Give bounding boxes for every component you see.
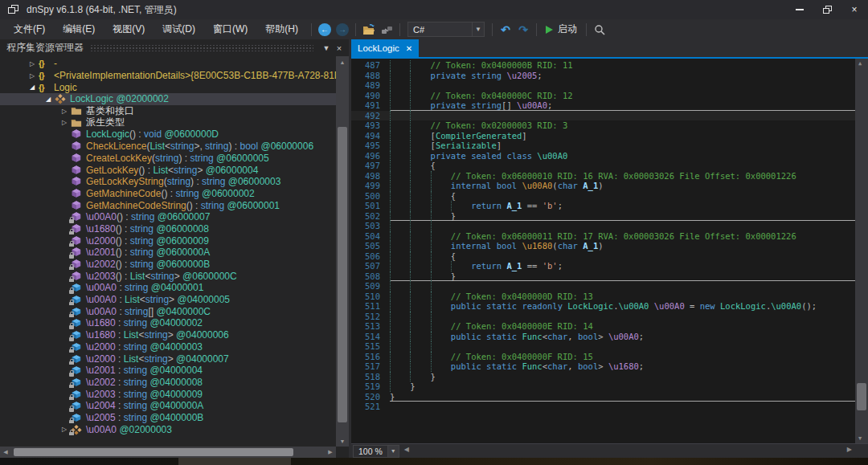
expander-icon[interactable]: ▷ bbox=[26, 60, 39, 67]
tree-row[interactable]: CreateLockKey(string) : string @06000005 bbox=[0, 153, 349, 165]
redo-button[interactable]: ↷ bbox=[514, 21, 532, 39]
menu-item-5[interactable]: 帮助(H) bbox=[256, 19, 307, 39]
code-line[interactable]: 503 bbox=[351, 221, 868, 231]
code-line[interactable]: 500{ bbox=[351, 191, 868, 202]
code-line[interactable]: 497{ bbox=[351, 161, 868, 171]
scrollbar-thumb[interactable] bbox=[338, 127, 347, 422]
tree-row[interactable]: LockLogic() : void @0600000D bbox=[0, 128, 349, 141]
start-debug-button[interactable]: 启动 bbox=[541, 22, 582, 36]
tree-row[interactable]: \u00A0() : string @06000007 bbox=[0, 211, 349, 223]
tree-row[interactable]: \u00A0 : string @04000001 bbox=[0, 282, 349, 294]
tree-row[interactable]: \u2004 : string @0400000A bbox=[0, 400, 349, 412]
zoom-select[interactable]: 100 % ▼ bbox=[353, 445, 399, 458]
code-line[interactable]: 491private string[] \u00A0; bbox=[351, 100, 868, 111]
undo-button[interactable]: ↶ bbox=[497, 21, 514, 39]
code-line[interactable]: 501return A_1 == 'b'; bbox=[351, 201, 868, 211]
code-line[interactable]: 506{ bbox=[351, 251, 868, 262]
tree-row[interactable]: ◢{}Logic bbox=[0, 81, 349, 93]
tree-row[interactable]: ▷基类和接口 bbox=[0, 105, 349, 117]
menu-item-4[interactable]: 窗口(W) bbox=[204, 19, 256, 39]
navigate-forward-button[interactable]: → bbox=[334, 21, 351, 39]
expander-icon[interactable]: ▷ bbox=[58, 119, 71, 126]
code-line[interactable]: 493// Token: 0x02000003 RID: 3 bbox=[351, 120, 868, 131]
panel-close-button[interactable]: × bbox=[333, 42, 346, 55]
navigate-back-button[interactable]: ← bbox=[316, 21, 334, 39]
menu-item-1[interactable]: 编辑(E) bbox=[54, 19, 104, 39]
tree-row[interactable]: ◢LockLogic @02000002 bbox=[0, 93, 349, 105]
tree-row[interactable]: \u00A0 : List<string> @04000005 bbox=[0, 294, 349, 306]
code-line[interactable]: 517public static Func<char, bool> \u1680… bbox=[351, 361, 868, 372]
code-line[interactable]: 498// Token: 0x06000010 RID: 16 RVA: 0x0… bbox=[351, 171, 868, 182]
code-line[interactable]: 502} bbox=[351, 211, 868, 222]
code-line[interactable]: 514public static Func<char, bool> \u00A0… bbox=[351, 332, 868, 342]
code-line[interactable]: 519} bbox=[351, 381, 868, 392]
tree-row[interactable]: \u1680 : List<string> @04000006 bbox=[0, 329, 349, 341]
close-button[interactable]: × bbox=[841, 0, 868, 19]
tree-row[interactable]: \u2003() : List<string> @0600000C bbox=[0, 270, 349, 282]
tree-row[interactable]: GetLockKey() : List<string> @06000004 bbox=[0, 164, 349, 176]
code-line[interactable]: 513// Token: 0x0400000E RID: 14 bbox=[351, 321, 868, 332]
code-line[interactable]: 487// Token: 0x0400000B RID: 11 bbox=[351, 60, 868, 71]
tree-row[interactable]: GetMachineCodeString() : string @0600000… bbox=[0, 199, 349, 211]
tree-row[interactable]: \u2005 : string @0400000B bbox=[0, 412, 349, 424]
tree-row[interactable]: ▷{}<PrivateImplementationDetails>{8E00C5… bbox=[0, 70, 349, 82]
code-line[interactable]: 508} bbox=[351, 271, 868, 282]
scroll-left-arrow-icon[interactable]: ◀ bbox=[0, 447, 11, 458]
tree-row[interactable]: \u2003 : string @04000009 bbox=[0, 388, 349, 400]
scroll-down-arrow-icon[interactable]: ▼ bbox=[336, 435, 349, 447]
code-line[interactable]: 490// Token: 0x0400000C RID: 12 bbox=[351, 91, 868, 101]
menu-item-3[interactable]: 调试(D) bbox=[154, 19, 204, 39]
code-line[interactable]: 507return A_1 == 'b'; bbox=[351, 261, 868, 271]
scroll-up-arrow-icon[interactable]: ▲ bbox=[336, 56, 349, 67]
code-line[interactable]: 521 bbox=[351, 402, 868, 412]
tree-horizontal-scrollbar[interactable]: ◀ ▶ bbox=[0, 447, 336, 458]
scrollbar-thumb[interactable] bbox=[14, 448, 293, 456]
code-line[interactable]: 510// Token: 0x0400000D RID: 13 bbox=[351, 292, 868, 302]
tree-row[interactable]: \u2000 : List<string> @04000007 bbox=[0, 353, 349, 365]
tree-row[interactable]: \u2002 : string @04000008 bbox=[0, 377, 349, 389]
editor-vertical-scrollbar[interactable]: ▲ ▼ bbox=[855, 59, 868, 443]
tree-row[interactable]: \u2001 : string @04000004 bbox=[0, 365, 349, 377]
code-line[interactable]: 515 bbox=[351, 341, 868, 352]
search-button[interactable] bbox=[591, 21, 608, 39]
minimize-button[interactable] bbox=[786, 0, 813, 19]
code-line[interactable]: 488private string \u2005; bbox=[351, 71, 868, 81]
assembly-explorer-header[interactable]: 程序集资源管理器 ▼ × bbox=[0, 39, 349, 56]
code-line[interactable]: 509 bbox=[351, 281, 868, 292]
code-line[interactable]: 505internal bool \u1680(char A_1) bbox=[351, 241, 868, 251]
expander-icon[interactable]: ◢ bbox=[26, 84, 39, 91]
tree-row[interactable]: GetMachineCode() : string @06000002 bbox=[0, 188, 349, 200]
scroll-up-arrow-icon[interactable]: ▲ bbox=[858, 60, 862, 67]
code-line[interactable]: 518} bbox=[351, 372, 868, 382]
code-line[interactable]: 492 bbox=[351, 111, 868, 121]
tree-row[interactable]: \u2000 : string @04000003 bbox=[0, 341, 349, 353]
tree-row[interactable]: ▷{}- bbox=[0, 58, 349, 70]
code-line[interactable]: 511public static readonly LockLogic.\u00… bbox=[351, 301, 868, 312]
tree-row[interactable]: \u1680 : string @04000002 bbox=[0, 317, 349, 329]
tree-row[interactable]: ▷派生类型 bbox=[0, 116, 349, 128]
scroll-right-arrow-icon[interactable]: ▶ bbox=[325, 447, 336, 458]
menu-item-2[interactable]: 视图(V) bbox=[104, 19, 154, 39]
attach-to-process-button[interactable] bbox=[378, 21, 395, 39]
open-file-button[interactable] bbox=[360, 21, 378, 39]
panel-menu-button[interactable]: ▼ bbox=[320, 42, 333, 55]
tree-row[interactable]: \u2000() : string @06000009 bbox=[0, 235, 349, 247]
scroll-right-arrow-icon[interactable]: ▶ bbox=[847, 446, 852, 453]
tree-row[interactable]: \u2002() : string @0600000B bbox=[0, 259, 349, 271]
expander-icon[interactable]: ▷ bbox=[26, 72, 39, 80]
tree-row[interactable]: GetLockKeyString(string) : string @06000… bbox=[0, 176, 349, 188]
tree-row[interactable]: ▷\u00A0 @02000003 bbox=[0, 423, 349, 435]
tree-row[interactable]: \u00A0 : string[] @0400000C bbox=[0, 305, 349, 317]
code-line[interactable]: 499internal bool \u00A0(char A_1) bbox=[351, 181, 868, 191]
menu-item-0[interactable]: 文件(F) bbox=[5, 19, 54, 39]
tab-close-icon[interactable]: ✕ bbox=[406, 44, 412, 53]
code-line[interactable]: 512 bbox=[351, 312, 868, 322]
code-line[interactable]: 495[Serializable] bbox=[351, 141, 868, 151]
expander-icon[interactable]: ◢ bbox=[42, 96, 55, 103]
editor-horizontal-scrollbar[interactable]: ◀ ▶ bbox=[399, 444, 868, 458]
code-line[interactable]: 496private sealed class \u00A0 bbox=[351, 151, 868, 161]
tab-locklogic[interactable]: LockLogic ✕ bbox=[351, 39, 419, 57]
code-editor[interactable]: 487// Token: 0x0400000B RID: 11488privat… bbox=[351, 59, 868, 443]
tree-row[interactable]: \u1680() : string @06000008 bbox=[0, 223, 349, 235]
code-line[interactable]: 494[CompilerGenerated] bbox=[351, 131, 868, 141]
